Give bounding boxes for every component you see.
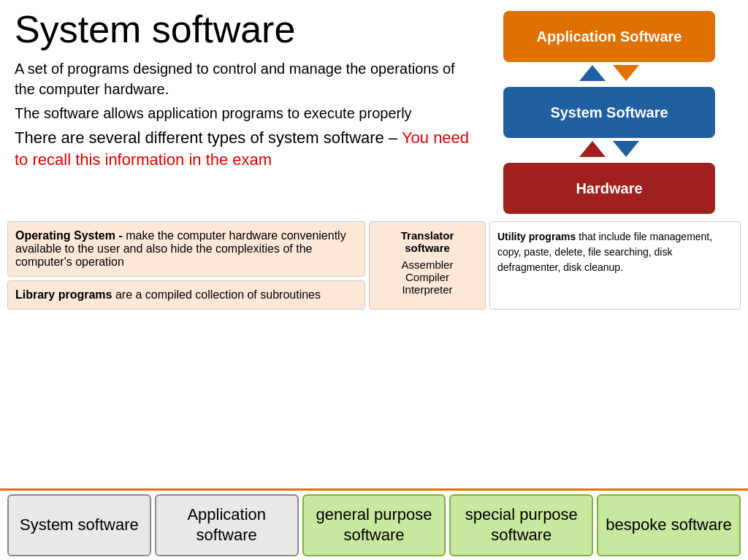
- page-title: System software: [15, 7, 470, 51]
- translator-compiler: Compiler: [377, 271, 478, 283]
- middle-section: Operating System - make the computer har…: [0, 218, 748, 313]
- hardware-box: Hardware: [503, 163, 715, 214]
- left-info-boxes: Operating System - make the computer har…: [7, 221, 365, 310]
- bottom-general: general purpose software: [302, 494, 446, 556]
- library-text: are a compiled collection of subroutines: [112, 288, 321, 301]
- system-software-box: System Software: [503, 87, 715, 138]
- os-bold: Operating System -: [15, 229, 123, 242]
- top-section: System software A set of programs design…: [0, 0, 748, 218]
- translator-assembler: Assembler: [377, 258, 478, 271]
- library-bold: Library programs: [15, 288, 112, 301]
- bottom-system: System software: [7, 494, 151, 556]
- arrow-set-2: [503, 138, 715, 160]
- recall-text: There are several different types of sys…: [15, 127, 470, 170]
- recall-black: There are several different types of sys…: [15, 129, 397, 147]
- os-box: Operating System - make the computer har…: [7, 221, 365, 277]
- translator-interpreter: Interpreter: [377, 283, 478, 296]
- arrow-up-1: [579, 65, 606, 81]
- translator-bold: Translator software: [377, 229, 478, 254]
- bottom-special: special purpose software: [449, 494, 593, 556]
- translator-box: Translator software Assembler Compiler I…: [369, 221, 486, 310]
- bottom-section: System software Application software gen…: [0, 488, 748, 560]
- description1: A set of programs designed to control an…: [15, 58, 470, 99]
- left-content: System software A set of programs design…: [15, 7, 485, 214]
- library-box: Library programs are a compiled collecti…: [7, 280, 365, 310]
- description2: The software allows application programs…: [15, 103, 470, 123]
- bottom-bespoke: bespoke software: [597, 494, 741, 556]
- arrow-up-2: [579, 141, 606, 157]
- arrow-down-2: [613, 141, 639, 157]
- arrow-set-1: [503, 62, 715, 84]
- utility-bold: Utility programs: [497, 231, 576, 242]
- page-container: System software A set of programs design…: [0, 0, 748, 560]
- bottom-application: Application software: [155, 494, 299, 556]
- utility-box: Utility programs that include file manag…: [489, 221, 741, 310]
- application-software-box: Application Software: [503, 11, 715, 62]
- arrow-down-1: [613, 65, 639, 81]
- software-diagram: Application Software System Software Har…: [485, 7, 733, 214]
